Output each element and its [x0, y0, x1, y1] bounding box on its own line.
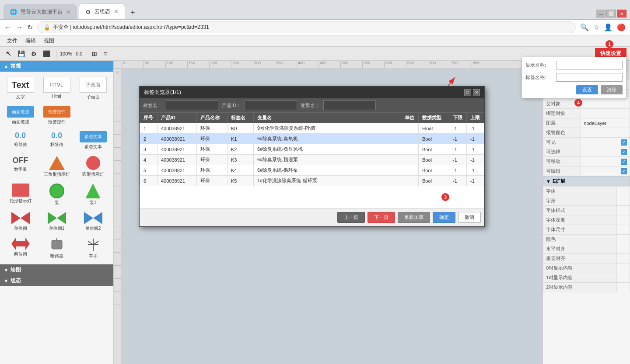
- next-page-button[interactable]: 下一页: [368, 212, 395, 223]
- url-display[interactable]: 🔓 不安全 | iot.idosp.net/html/scada/editor.…: [37, 21, 576, 33]
- tab-inactive[interactable]: 🌐 思普云大数据平台 ✕: [4, 4, 77, 19]
- component-pump1[interactable]: 泵1: [76, 182, 110, 208]
- component-zimen[interactable]: 子画面 子画面: [76, 75, 110, 102]
- checkbox-checked[interactable]: ✓: [621, 159, 627, 165]
- svg-marker-3: [57, 212, 66, 224]
- component-unit-valve2[interactable]: 单位阀2: [76, 210, 110, 233]
- user-icon[interactable]: 👤: [604, 23, 612, 31]
- e-extend-label: E扩展: [553, 178, 565, 184]
- table-cell: 6#除臭系统-循环泵: [254, 165, 401, 176]
- component-tagval2[interactable]: 0.0 标签值: [40, 129, 74, 152]
- table-cell: 环保: [197, 165, 228, 176]
- qs-show-name-input[interactable]: [556, 61, 623, 69]
- pump1-shape: [86, 184, 101, 198]
- component-cart[interactable]: 车手: [76, 236, 110, 261]
- checkbox-checked[interactable]: ✓: [621, 168, 627, 174]
- menu-file[interactable]: 文件: [4, 36, 21, 45]
- search-product-input[interactable]: [245, 101, 297, 110]
- col-high: 上限: [467, 113, 484, 123]
- table-row[interactable]: 2400038921环保K16#除臭系统-臭氧机Bool-1-1: [140, 134, 484, 144]
- qs-clear-button[interactable]: 清除: [601, 85, 623, 94]
- toolbar-save[interactable]: 💾: [15, 49, 27, 59]
- modal-title: 标签浏览器(1/1): [144, 89, 181, 96]
- sidebar-section-animation[interactable]: ▼ 组态: [0, 275, 113, 286]
- ext-prop-row: 2时显示内容: [543, 283, 630, 292]
- back-button[interactable]: ←: [4, 24, 11, 31]
- table-cell: K0: [228, 123, 254, 134]
- url-text: 不安全 | iot.idosp.net/html/scada/editor.as…: [53, 24, 209, 31]
- component-digital[interactable]: OFF 数字量: [4, 154, 37, 179]
- table-row[interactable]: 1400038921环保K09号化学洗涤除臭系统-Ph值Float-1-1: [140, 123, 484, 134]
- modal-titlebar: 标签浏览器(1/1) □ ✕: [140, 87, 484, 98]
- component-unit-valve[interactable]: 单位阀: [4, 210, 37, 233]
- reload-button[interactable]: ↻: [27, 23, 33, 31]
- prop-row: 图层nodeLayer: [543, 118, 630, 128]
- sidebar-section-drawing[interactable]: ▼ 绘图: [0, 264, 113, 275]
- col-var-name: 变量名: [254, 113, 401, 123]
- component-circle[interactable]: 圆形指示灯: [76, 154, 110, 179]
- bookmark-icon[interactable]: ☆: [593, 23, 599, 31]
- canvas[interactable]: 标签浏览器(1/1) □ ✕ 标签名： 产品ID：: [122, 69, 542, 364]
- table-cell: -1: [449, 144, 467, 155]
- checkbox-checked[interactable]: ✓: [621, 139, 627, 146]
- toolbar-pointer[interactable]: ↖: [4, 48, 14, 59]
- modal-table-container: 序号 产品ID 产品名称 标签名 变量名 单位 数据类型 下限 上限: [140, 112, 484, 186]
- search-tag-input[interactable]: [166, 101, 218, 110]
- component-switch[interactable]: 断路器: [40, 236, 74, 261]
- svg-line-13: [88, 241, 93, 245]
- component-rect-light[interactable]: 矩形指示灯: [4, 182, 37, 208]
- table-cell: 6#除臭系统-预混泵: [254, 155, 401, 165]
- close-button[interactable]: ✕: [617, 10, 626, 17]
- extension-icon[interactable]: 🔴: [617, 23, 626, 31]
- minimize-button[interactable]: —: [596, 10, 606, 17]
- toolbar-grid[interactable]: ⊞: [90, 49, 99, 59]
- component-pump[interactable]: 泵: [40, 182, 74, 208]
- tab-close-2[interactable]: ✕: [114, 8, 119, 15]
- menu-view[interactable]: 视图: [40, 36, 58, 45]
- tab-close-1[interactable]: ✕: [66, 9, 71, 15]
- new-tab-button[interactable]: +: [127, 8, 139, 17]
- svg-marker-2: [48, 212, 57, 224]
- component-triangle[interactable]: 三角形指示灯: [40, 154, 74, 179]
- right-panel: ⚙ 属 Property Value 标识多态文本116名称父对象绑定对象图层n…: [542, 61, 630, 364]
- toolbar-settings[interactable]: ⚙: [29, 49, 39, 59]
- table-row[interactable]: 3400038921环保K26#除臭系统-负压风机Bool-1-1: [140, 144, 484, 155]
- reload-button-modal[interactable]: 重新加载: [398, 212, 430, 223]
- search-icon[interactable]: 🔍: [580, 23, 589, 31]
- table-cell: Bool: [419, 144, 449, 155]
- component-unit-valve1[interactable]: 单位阀1: [40, 210, 74, 233]
- component-two-valve[interactable]: 两位阀: [4, 236, 37, 261]
- menu-edit[interactable]: 编辑: [22, 36, 39, 45]
- prev-page-button[interactable]: 上一页: [337, 212, 365, 223]
- table-row[interactable]: 6400038921环保K51#化学洗涤除臭系统-循环泵Bool-1-1: [140, 176, 484, 186]
- toolbar-remove[interactable]: ⬛: [41, 49, 52, 59]
- ext-properties-table: 字体字形字体样式字体深度字体尺寸颜色水平对齐垂直对齐0时显示内容1时显示内容2时…: [543, 186, 630, 292]
- col-low: 下限: [449, 113, 467, 123]
- table-row[interactable]: 4400038921环保K36#除臭系统-预混泵Bool-1-1: [140, 155, 484, 165]
- cancel-button[interactable]: 取消: [458, 212, 481, 223]
- checkbox-checked[interactable]: ✓: [621, 149, 627, 155]
- sidebar-section-normal[interactable]: ▲ 常规: [0, 61, 113, 72]
- e-extend-section[interactable]: ▼ E扩展: [543, 176, 630, 186]
- prop-value: [581, 109, 630, 118]
- table-cell: K1: [228, 134, 254, 144]
- forward-button[interactable]: →: [16, 24, 23, 31]
- component-multitext[interactable]: 多态文本 多态文本: [76, 129, 110, 152]
- qs-set-button[interactable]: 设置: [576, 85, 598, 94]
- table-row[interactable]: 5400038921环保K46#除臭系统-循环泵Bool-1-1: [140, 165, 484, 176]
- component-page-link[interactable]: 画面链接 画面链接: [4, 104, 37, 127]
- toolbar-align[interactable]: ≡: [101, 49, 109, 59]
- tab-active[interactable]: ⚙ 云组态 ✕: [79, 3, 125, 19]
- component-html[interactable]: HTML Html: [40, 75, 74, 102]
- table-cell: -1: [449, 176, 467, 186]
- tagval2-shape: 0.0: [51, 131, 62, 140]
- qs-tag-name-input[interactable]: [556, 73, 623, 82]
- restore-button[interactable]: ⬜: [606, 10, 616, 17]
- component-report[interactable]: 报警控件 报警控件: [40, 104, 74, 127]
- confirm-button[interactable]: 确定: [433, 212, 455, 223]
- modal-minimize[interactable]: □: [464, 89, 471, 96]
- modal-close[interactable]: ✕: [473, 89, 480, 96]
- component-tagval[interactable]: 0.0 标签值: [4, 129, 37, 152]
- component-text[interactable]: Text 文字: [4, 75, 37, 102]
- search-var-input[interactable]: [323, 101, 376, 110]
